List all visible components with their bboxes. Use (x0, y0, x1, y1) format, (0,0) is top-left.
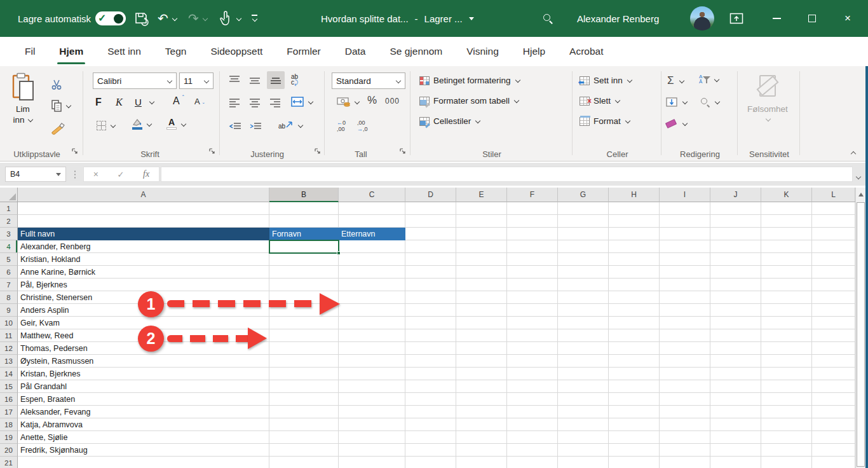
cell-I11[interactable] (660, 329, 710, 342)
tab-acrobat[interactable]: Acrobat (557, 37, 615, 66)
cell-G1[interactable] (558, 202, 609, 215)
row-header-5[interactable]: 5 (0, 253, 18, 266)
cell-L4[interactable] (812, 240, 855, 253)
fill-color-button[interactable] (132, 118, 152, 130)
cell-I2[interactable] (660, 215, 710, 228)
cell-F13[interactable] (507, 355, 558, 368)
cell-J3[interactable] (710, 228, 761, 240)
cell-I5[interactable] (660, 253, 710, 266)
row-header-19[interactable]: 19 (0, 431, 18, 444)
cell-L5[interactable] (812, 253, 855, 266)
cell-G7[interactable] (558, 279, 609, 291)
row-header-18[interactable]: 18 (0, 418, 18, 431)
cell-C9[interactable] (339, 304, 405, 317)
cell-C11[interactable] (339, 329, 405, 342)
customize-qat-button[interactable] (252, 0, 257, 37)
cell-K20[interactable] (761, 444, 812, 457)
cell-I4[interactable] (660, 240, 710, 253)
cell-H13[interactable] (609, 355, 660, 368)
conditional-formatting-button[interactable]: Betinget formatering (419, 76, 520, 85)
cell-E10[interactable] (456, 317, 507, 329)
cell-G19[interactable] (558, 431, 609, 444)
align-center-button[interactable] (249, 98, 261, 108)
cell-F5[interactable] (507, 253, 558, 266)
cell-F20[interactable] (507, 444, 558, 457)
cell-B2[interactable] (269, 215, 339, 228)
cell-H8[interactable] (609, 291, 660, 304)
column-header-G[interactable]: G (558, 188, 609, 202)
cell-E12[interactable] (456, 342, 507, 355)
copy-button[interactable] (51, 99, 71, 112)
cell-D11[interactable] (405, 329, 456, 342)
cell-F7[interactable] (507, 279, 558, 291)
cancel-entry-icon[interactable]: × (93, 169, 98, 179)
decrease-indent-button[interactable] (229, 122, 241, 131)
cell-J19[interactable] (710, 431, 761, 444)
tab-hjelp[interactable]: Hjelp (511, 37, 557, 66)
maximize-button[interactable] (798, 0, 826, 37)
cell-L1[interactable] (812, 202, 855, 215)
cell-L19[interactable] (812, 431, 855, 444)
decrease-decimal-button[interactable]: ,00→,0 (357, 120, 368, 132)
cell-C17[interactable] (339, 406, 405, 418)
row-header-3[interactable]: 3 (0, 228, 18, 240)
cell-J13[interactable] (710, 355, 761, 368)
cell-J1[interactable] (710, 202, 761, 215)
cell-J8[interactable] (710, 291, 761, 304)
cell-L8[interactable] (812, 291, 855, 304)
tab-sideoppsett[interactable]: Sideoppsett (198, 37, 275, 66)
cell-K19[interactable] (761, 431, 812, 444)
cell-I20[interactable] (660, 444, 710, 457)
cell-A13[interactable]: Øystein, Rasmussen (18, 355, 269, 368)
cell-D13[interactable] (405, 355, 456, 368)
cell-A15[interactable]: Pål Grandahl (18, 380, 269, 393)
cell-C2[interactable] (339, 215, 405, 228)
row-header-14[interactable]: 14 (0, 368, 18, 380)
search-button[interactable] (543, 0, 553, 37)
cell-D4[interactable] (405, 240, 456, 253)
cell-B1[interactable] (269, 202, 339, 215)
cell-A6[interactable]: Anne Karine, Børnick (18, 266, 269, 279)
cell-G17[interactable] (558, 406, 609, 418)
cell-H3[interactable] (609, 228, 660, 240)
cell-F14[interactable] (507, 368, 558, 380)
scrollbar-thumb[interactable] (857, 202, 865, 467)
cell-J15[interactable] (710, 380, 761, 393)
cell-D2[interactable] (405, 215, 456, 228)
cell-C10[interactable] (339, 317, 405, 329)
cell-C18[interactable] (339, 418, 405, 431)
column-header-J[interactable]: J (710, 188, 761, 202)
cell-B7[interactable] (269, 279, 339, 291)
cell-D16[interactable] (405, 393, 456, 406)
cell-J11[interactable] (710, 329, 761, 342)
cell-E17[interactable] (456, 406, 507, 418)
align-middle-button[interactable] (249, 75, 261, 85)
cell-D17[interactable] (405, 406, 456, 418)
cell-C14[interactable] (339, 368, 405, 380)
fill-handle[interactable] (337, 251, 341, 255)
column-header-C[interactable]: C (339, 188, 405, 202)
increase-font-button[interactable]: Aˆ (173, 95, 184, 107)
cell-H18[interactable] (609, 418, 660, 431)
cell-F11[interactable] (507, 329, 558, 342)
cell-I17[interactable] (660, 406, 710, 418)
tab-se-gjennom[interactable]: Se gjennom (377, 37, 454, 66)
cell-A19[interactable]: Anette, Sjølie (18, 431, 269, 444)
cell-I19[interactable] (660, 431, 710, 444)
cell-G21[interactable] (558, 457, 609, 468)
cell-L6[interactable] (812, 266, 855, 279)
cell-K11[interactable] (761, 329, 812, 342)
tab-tegn[interactable]: Tegn (153, 37, 199, 66)
cell-L7[interactable] (812, 279, 855, 291)
cell-I6[interactable] (660, 266, 710, 279)
cell-A4[interactable]: Alexander, Renberg (18, 240, 269, 253)
cell-L20[interactable] (812, 444, 855, 457)
ribbon-display-options-button[interactable] (729, 0, 743, 37)
cell-I15[interactable] (660, 380, 710, 393)
cell-L3[interactable] (812, 228, 855, 240)
collapse-ribbon-button[interactable] (850, 148, 856, 157)
cell-C1[interactable] (339, 202, 405, 215)
font-color-button[interactable]: A (166, 118, 186, 130)
column-header-L[interactable]: L (812, 188, 855, 202)
format-as-table-button[interactable]: Formater som tabell (419, 96, 519, 106)
